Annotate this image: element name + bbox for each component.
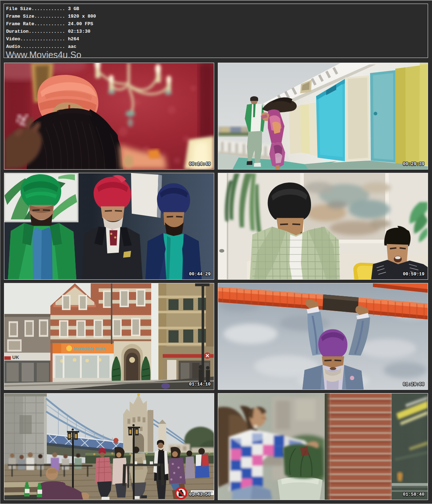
svg-text:Incredible India: Incredible India xyxy=(73,346,105,351)
svg-text:UK: UK xyxy=(12,355,19,360)
